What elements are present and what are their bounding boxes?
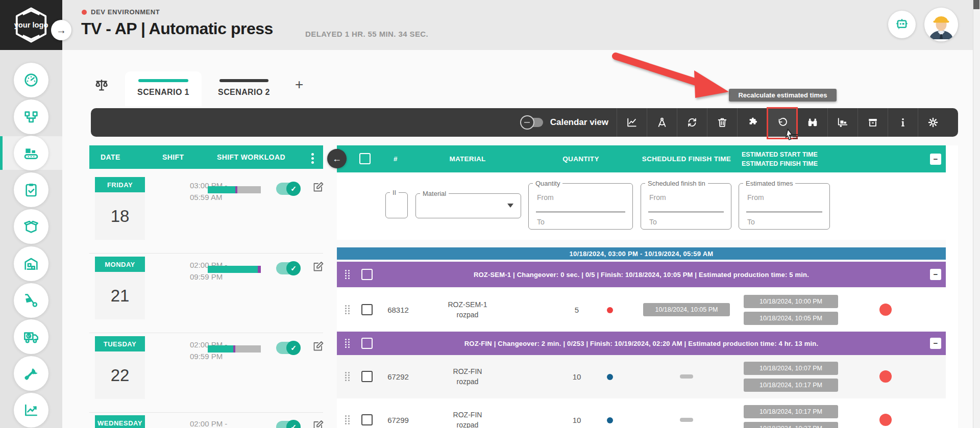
shift-enabled-toggle[interactable]: ✓ [276, 262, 300, 274]
scheduled-finish-filter[interactable]: Scheduled finish tin From To [641, 180, 731, 230]
shift-row-friday: FRIDAY 18 03:00 PM -05:59 AM ✓ [89, 177, 323, 254]
recalculate-button[interactable] [768, 108, 797, 137]
edit-pencil-icon [312, 419, 324, 428]
tab-scenario-1-label: SCENARIO 1 [125, 88, 202, 97]
quantity-filter[interactable]: Quantity From To [528, 180, 633, 230]
archive-button[interactable] [858, 108, 888, 137]
delete-button[interactable] [707, 108, 737, 137]
group-collapse-button[interactable]: − [930, 338, 941, 349]
edit-shift-button[interactable] [312, 340, 324, 353]
tab-scenario-1[interactable]: SCENARIO 1 [125, 71, 202, 106]
col-date: DATE [101, 153, 120, 161]
workload-bar [208, 186, 261, 193]
no-scheduled-time-dash [680, 374, 693, 379]
day-number: 18 [95, 192, 145, 240]
design-button[interactable] [647, 108, 677, 137]
settings-button[interactable] [918, 108, 948, 137]
group-row-roz-fin[interactable]: ROZ-FIN | Changeover: 2 min. | 0/253 | F… [337, 332, 946, 355]
user-avatar[interactable] [924, 8, 958, 41]
row-checkbox[interactable] [361, 304, 373, 315]
tab-inactive-accent [219, 79, 268, 82]
orders-table-header: ← # MATERIAL QUANTITY SCHEDULED FINISH T… [337, 145, 946, 172]
edit-shift-button[interactable] [312, 181, 324, 193]
archive-icon [867, 117, 878, 128]
shift-row-monday: MONDAY 21 02:00 PM -09:59 PM ✓ [89, 257, 323, 333]
tab-scenario-2[interactable]: SCENARIO 2 [206, 71, 282, 106]
filter-row: II Material Quantity From To Scheduled f… [337, 172, 946, 240]
sidebar-item-dashboard[interactable] [14, 63, 48, 97]
search-button[interactable] [798, 108, 827, 137]
input-underline [746, 212, 822, 212]
estimated-from-input[interactable]: From [747, 193, 764, 202]
page-scrollbar[interactable] [973, 0, 980, 428]
balance-scale-icon [93, 77, 110, 93]
sidebar-item-tasks[interactable] [14, 172, 48, 207]
table-row-67292[interactable]: 67292 ROZ-FINrozpad 10 10/18/2024, 10:07… [337, 355, 946, 398]
delay-status-indicator [879, 304, 892, 316]
group-title: ROZ-SEM-1 | Changeover: 0 sec. | 0/5 | F… [337, 262, 946, 287]
quantity-from-input[interactable]: From [537, 193, 554, 202]
estimated-start-badge: 10/18/2024, 10:07 PM [744, 362, 838, 375]
drag-handle-icon[interactable] [345, 305, 350, 315]
shift-panel-menu-button[interactable] [311, 152, 314, 165]
table-right-gutter [946, 145, 958, 428]
plugins-button[interactable] [738, 108, 767, 137]
group-row-roz-sem-1[interactable]: ROZ-SEM-1 | Changeover: 0 sec. | 0/5 | F… [337, 262, 946, 287]
estimated-times-cell: 10/18/2024, 10:07 PM 10/18/2024, 10:17 P… [744, 362, 838, 392]
scheduled-from-input[interactable]: From [649, 193, 666, 202]
shift-enabled-toggle[interactable]: ✓ [276, 421, 300, 428]
select-all-checkbox[interactable] [359, 153, 371, 164]
material-cart-button[interactable] [828, 108, 857, 137]
group-collapse-button[interactable]: − [930, 269, 941, 280]
sidebar-item-handling[interactable] [14, 283, 48, 318]
compare-scenarios-button[interactable] [93, 77, 110, 93]
quantity-to-input[interactable]: To [537, 218, 545, 226]
info-icon [897, 117, 909, 128]
shift-enabled-toggle[interactable]: ✓ [276, 342, 300, 354]
sidebar-item-workflow[interactable] [14, 99, 48, 134]
tab-scenario-2-label: SCENARIO 2 [206, 88, 282, 97]
scheduled-to-input[interactable]: To [649, 218, 657, 226]
delayed-status: DELAYED 1 HR. 55 MIN. 34 SEC. [305, 30, 428, 38]
sidebar-expand-button[interactable]: → [51, 20, 71, 40]
estimated-to-input[interactable]: To [747, 218, 755, 226]
table-row-68312[interactable]: 68312 ROZ-SEM-1rozpad 5 10/18/2024, 10:0… [337, 288, 946, 332]
info-button[interactable] [888, 108, 918, 137]
material-filter-select[interactable]: Material [415, 190, 521, 218]
sidebar-active-bar [0, 136, 3, 170]
table-row-67299[interactable]: 67299 ROZ-FINrozpad 10 10/18/2024, 10:17… [337, 398, 946, 428]
workload-bar [208, 345, 261, 353]
add-scenario-button[interactable]: + [295, 77, 303, 93]
environment-row: DEV ENVIRONMENT [82, 8, 160, 16]
estimated-finish-badge: 10/18/2024, 10:17 PM [744, 379, 838, 392]
scrollbar-thumb[interactable] [973, 0, 979, 9]
delay-status-indicator [879, 370, 892, 383]
sidebar-item-analytics[interactable] [14, 393, 48, 427]
collapse-panel-button[interactable]: ← [327, 149, 347, 168]
quantity-cell: 5 [551, 306, 602, 314]
collapse-all-button[interactable]: − [930, 154, 941, 165]
refresh-button[interactable] [677, 108, 707, 137]
row-checkbox[interactable] [361, 371, 373, 382]
toggle-check-icon: ✓ [286, 261, 301, 275]
sidebar-item-materials[interactable] [14, 209, 48, 244]
sidebar-item-production[interactable] [14, 136, 48, 170]
col-shift: SHIFT [162, 153, 184, 161]
sidebar-item-delivery[interactable] [14, 319, 48, 354]
material-cell: ROZ-FINrozpad [427, 366, 508, 387]
chart-button[interactable] [617, 108, 647, 137]
quantity-cell: 10 [551, 372, 602, 381]
drag-handle-icon[interactable] [345, 415, 350, 425]
calendar-view-toggle[interactable] [522, 118, 543, 127]
number-filter[interactable]: II [385, 189, 408, 218]
chatbot-button[interactable] [888, 11, 916, 38]
edit-shift-button[interactable] [312, 419, 324, 428]
edit-shift-button[interactable] [312, 261, 324, 273]
sidebar [0, 50, 62, 428]
shift-enabled-toggle[interactable]: ✓ [276, 183, 300, 195]
estimated-times-filter[interactable]: Estimated times From To [739, 180, 830, 230]
row-checkbox[interactable] [361, 414, 373, 425]
sidebar-item-maintenance[interactable] [14, 356, 48, 391]
drag-handle-icon[interactable] [345, 372, 350, 382]
sidebar-item-warehouse[interactable] [14, 246, 48, 281]
